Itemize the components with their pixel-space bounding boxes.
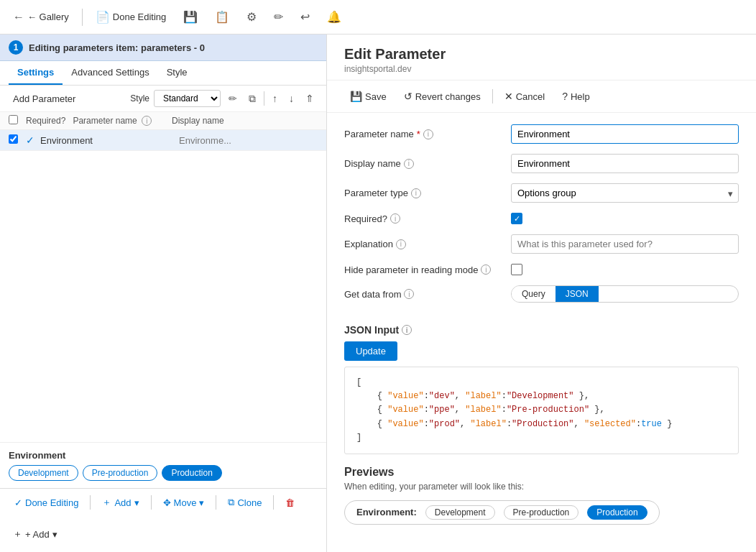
bottom-sep-1: [90, 495, 91, 510]
bottom-done-editing-button[interactable]: ✓ Done Editing: [9, 494, 84, 511]
toggle-json[interactable]: JSON: [556, 286, 599, 302]
env-pill-development[interactable]: Development: [9, 465, 78, 481]
tab-style[interactable]: Style: [158, 61, 196, 85]
move-top-button[interactable]: ⇑: [302, 91, 318, 106]
env-section-label: Environment: [9, 450, 318, 461]
label-required: Required? i: [344, 213, 502, 224]
bottom-clone-button[interactable]: ⧉ Clone: [222, 494, 267, 511]
form-row-hide-param: Hide parameter in reading mode i: [344, 264, 739, 275]
hide-param-info[interactable]: i: [481, 264, 491, 275]
copy-icon: 📋: [215, 10, 229, 24]
bell-icon-button[interactable]: 🔔: [323, 7, 346, 27]
preview-env-label: Environment:: [356, 507, 417, 518]
revert-icon: ↺: [404, 91, 412, 102]
param-header-row: Required? Parameter name i Display name: [0, 112, 326, 130]
cancel-button[interactable]: ✕ Cancel: [499, 88, 550, 105]
save-icon: 💾: [350, 91, 362, 102]
label-display-name: Display name i: [344, 158, 502, 169]
right-header: Edit Parameter insightsportal.dev: [327, 34, 756, 80]
table-row[interactable]: ✓ Environment Environme...: [0, 130, 326, 151]
param-type-select[interactable]: Options group Text Dropdown: [511, 183, 739, 203]
select-all-checkbox[interactable]: [9, 115, 18, 124]
save-icon-button[interactable]: 💾: [179, 7, 202, 27]
env-pills: Development Pre-production Production: [9, 465, 318, 481]
right-title: Edit Parameter: [344, 46, 739, 63]
env-pill-production[interactable]: Production: [162, 465, 221, 481]
param-name-info-icon[interactable]: i: [142, 116, 152, 126]
required-control: ✓: [511, 213, 739, 224]
param-type-info[interactable]: i: [411, 188, 421, 198]
row-checkbox-container: [9, 134, 26, 146]
json-info-icon[interactable]: i: [402, 325, 412, 335]
bottom-sep-2: [151, 495, 152, 510]
param-name-input[interactable]: [511, 124, 739, 144]
display-name-info[interactable]: i: [404, 159, 414, 169]
preview-bar: Environment: Development Pre-production …: [344, 500, 660, 525]
tab-settings[interactable]: Settings: [9, 61, 63, 85]
json-editor[interactable]: [ { "value":"dev", "label":"Development"…: [344, 367, 739, 454]
revert-button[interactable]: ↺ Revert changes: [398, 88, 487, 105]
param-toolbar: Add Parameter Style Standard Pills Dropd…: [0, 86, 326, 112]
preview-pill-development[interactable]: Development: [425, 505, 495, 520]
help-button[interactable]: ? Help: [556, 88, 596, 105]
display-name-input[interactable]: [511, 154, 739, 173]
gallery-button[interactable]: ← ← Gallery: [9, 8, 73, 27]
tab-advanced-settings[interactable]: Advanced Settings: [63, 61, 157, 85]
settings-icon-button[interactable]: ⚙: [242, 7, 261, 27]
label-param-type: Parameter type i: [344, 188, 502, 198]
row-checkbox[interactable]: [9, 134, 18, 144]
style-label: Style: [130, 93, 149, 104]
undo-icon-button[interactable]: ↩: [296, 7, 314, 27]
bottom-add-button[interactable]: ＋ Add ▾: [96, 493, 144, 512]
toggle-query[interactable]: Query: [512, 286, 556, 302]
required-checkbox[interactable]: ✓: [511, 213, 522, 224]
top-toolbar: ← ← Gallery 📄 Done Editing 💾 📋 ⚙ ✏ ↩ 🔔: [0, 0, 756, 34]
save-button[interactable]: 💾 Save: [344, 88, 392, 105]
edit-doc-icon: 📄: [96, 10, 110, 24]
preview-title: Previews: [344, 466, 739, 479]
label-explanation: Explanation i: [344, 239, 502, 249]
param-name-info[interactable]: i: [423, 129, 433, 139]
row-tick-icon: ✓: [26, 134, 34, 146]
explanation-input[interactable]: [511, 234, 739, 254]
display-name-control: [511, 154, 739, 173]
done-editing-button[interactable]: 📄 Done Editing: [91, 7, 170, 27]
row-display-name: Environme...: [179, 135, 318, 146]
preview-pill-production[interactable]: Production: [587, 505, 647, 520]
explanation-info[interactable]: i: [396, 239, 406, 249]
hide-param-control: [511, 264, 739, 275]
left-spacer: [0, 151, 326, 442]
form-row-display-name: Display name i: [344, 154, 739, 173]
row-param-name: Environment: [40, 135, 179, 146]
add-parameter-label: Add Parameter: [13, 93, 75, 104]
bottom-delete-button[interactable]: 🗑: [280, 494, 300, 511]
style-select[interactable]: Standard Pills Dropdown: [154, 90, 221, 107]
arrow-left-icon: ←: [13, 11, 24, 24]
form-body: Parameter name * i Display name i: [327, 113, 756, 324]
env-pill-preproduction[interactable]: Pre-production: [83, 465, 158, 481]
data-source-info[interactable]: i: [404, 289, 414, 299]
separator-1: [82, 9, 83, 26]
edit-param-button[interactable]: ✏: [225, 91, 241, 106]
bottom-move-button[interactable]: ✥ Move ▾: [157, 494, 211, 511]
data-source-toggle: Query JSON: [511, 285, 739, 303]
right-toolbar: 💾 Save ↺ Revert changes ✕ Cancel ? Help: [327, 80, 756, 113]
required-info[interactable]: i: [390, 213, 400, 224]
copy-param-button[interactable]: ⧉: [245, 91, 259, 107]
done-editing-label: Done Editing: [113, 12, 166, 22]
add-parameter-button[interactable]: Add Parameter: [9, 91, 80, 107]
move-up-button[interactable]: ↑: [269, 91, 281, 106]
label-param-name: Parameter name * i: [344, 129, 502, 139]
edit-icon-button[interactable]: ✏: [269, 7, 287, 27]
save-icon: 💾: [183, 10, 198, 24]
hide-param-checkbox[interactable]: [511, 264, 522, 275]
banner-number: 1: [9, 40, 23, 55]
preview-pill-preproduction[interactable]: Pre-production: [504, 505, 579, 520]
json-section: JSON Input i Update [ { "value":"dev", "…: [327, 324, 756, 466]
move-down-button[interactable]: ↓: [285, 91, 298, 106]
add-button[interactable]: ＋ + Add ▾: [9, 525, 62, 543]
add-section: ＋ + Add ▾: [0, 516, 326, 552]
gallery-label: ← Gallery: [27, 12, 69, 22]
copy-icon-button[interactable]: 📋: [211, 7, 234, 27]
update-button[interactable]: Update: [344, 341, 397, 361]
